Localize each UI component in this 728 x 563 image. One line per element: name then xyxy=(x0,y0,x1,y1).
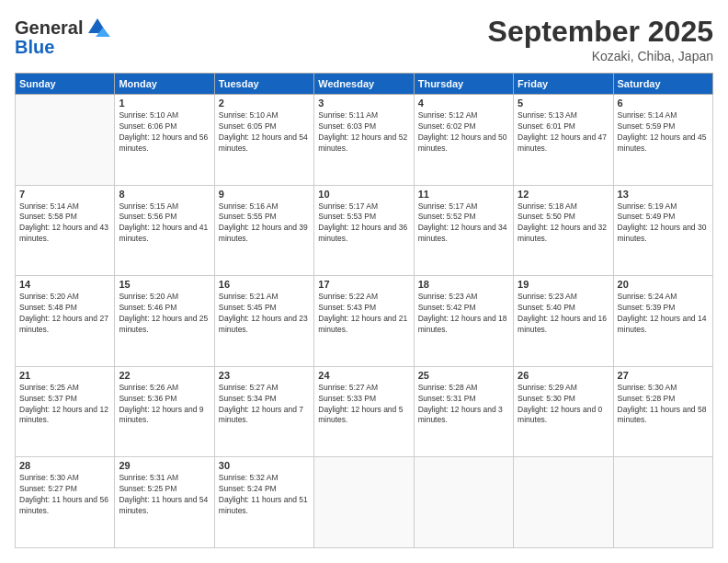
logo-icon xyxy=(85,15,110,40)
sunset-text: Sunset: 5:25 PM xyxy=(119,484,176,493)
sunset-text: Sunset: 5:40 PM xyxy=(518,303,575,312)
table-row: 29 Sunrise: 5:31 AM Sunset: 5:25 PM Dayl… xyxy=(115,457,214,548)
table-row: 21 Sunrise: 5:25 AM Sunset: 5:37 PM Dayl… xyxy=(16,366,115,457)
daylight-text: Daylight: 12 hours and 9 minutes. xyxy=(119,405,203,425)
daylight-text: Daylight: 12 hours and 54 minutes. xyxy=(219,132,308,153)
day-info: Sunrise: 5:14 AM Sunset: 5:58 PM Dayligh… xyxy=(19,201,110,246)
daylight-text: Daylight: 12 hours and 3 minutes. xyxy=(418,405,503,425)
calendar-week-row: 7 Sunrise: 5:14 AM Sunset: 5:58 PM Dayli… xyxy=(16,185,713,276)
day-number: 26 xyxy=(518,370,609,381)
col-monday: Monday xyxy=(115,74,214,95)
sunrise-text: Sunrise: 5:23 AM xyxy=(518,292,577,301)
sunset-text: Sunset: 5:27 PM xyxy=(19,484,77,493)
daylight-text: Daylight: 12 hours and 47 minutes. xyxy=(518,132,607,153)
sunset-text: Sunset: 5:53 PM xyxy=(318,212,376,221)
table-row: 1 Sunrise: 5:10 AM Sunset: 6:06 PM Dayli… xyxy=(115,95,214,186)
day-info: Sunrise: 5:21 AM Sunset: 5:45 PM Dayligh… xyxy=(219,292,310,336)
day-info: Sunrise: 5:31 AM Sunset: 5:25 PM Dayligh… xyxy=(119,473,210,517)
daylight-text: Daylight: 12 hours and 43 minutes. xyxy=(19,223,108,243)
calendar-week-row: 1 Sunrise: 5:10 AM Sunset: 6:06 PM Dayli… xyxy=(16,95,713,186)
table-row: 2 Sunrise: 5:10 AM Sunset: 6:05 PM Dayli… xyxy=(214,95,313,186)
daylight-text: Daylight: 12 hours and 12 minutes. xyxy=(19,405,108,425)
day-number: 22 xyxy=(119,370,210,381)
sunset-text: Sunset: 5:30 PM xyxy=(518,394,575,403)
title-block: September 2025 Kozaki, Chiba, Japan xyxy=(488,15,713,63)
sunrise-text: Sunrise: 5:16 AM xyxy=(219,201,279,211)
table-row xyxy=(414,457,513,548)
day-info: Sunrise: 5:30 AM Sunset: 5:28 PM Dayligh… xyxy=(618,383,709,427)
calendar-week-row: 14 Sunrise: 5:20 AM Sunset: 5:48 PM Dayl… xyxy=(16,276,713,367)
calendar: Sunday Monday Tuesday Wednesday Thursday… xyxy=(15,73,713,548)
day-number: 18 xyxy=(418,279,509,290)
sunset-text: Sunset: 5:52 PM xyxy=(418,212,476,221)
sunset-text: Sunset: 6:05 PM xyxy=(219,121,277,131)
day-number: 8 xyxy=(119,189,210,200)
table-row: 6 Sunrise: 5:14 AM Sunset: 5:59 PM Dayli… xyxy=(613,95,712,186)
sunset-text: Sunset: 5:28 PM xyxy=(618,394,676,403)
logo: General Blue xyxy=(15,15,110,58)
day-number: 14 xyxy=(19,279,110,290)
table-row: 15 Sunrise: 5:20 AM Sunset: 5:46 PM Dayl… xyxy=(115,276,214,367)
table-row xyxy=(613,457,712,548)
day-number: 12 xyxy=(518,189,609,200)
sunset-text: Sunset: 5:46 PM xyxy=(119,303,176,312)
sunrise-text: Sunrise: 5:17 AM xyxy=(418,201,478,211)
sunrise-text: Sunrise: 5:14 AM xyxy=(19,201,79,211)
sunset-text: Sunset: 6:01 PM xyxy=(518,121,575,131)
sunset-text: Sunset: 6:02 PM xyxy=(418,121,476,131)
sunset-text: Sunset: 5:59 PM xyxy=(618,121,676,131)
logo-text-general: General xyxy=(15,17,83,39)
sunrise-text: Sunrise: 5:24 AM xyxy=(618,292,677,301)
sunset-text: Sunset: 6:06 PM xyxy=(119,121,176,131)
table-row: 4 Sunrise: 5:12 AM Sunset: 6:02 PM Dayli… xyxy=(414,95,513,186)
sunrise-text: Sunrise: 5:13 AM xyxy=(518,110,577,120)
day-number: 29 xyxy=(119,460,210,471)
day-number: 10 xyxy=(318,189,409,200)
daylight-text: Daylight: 11 hours and 58 minutes. xyxy=(618,405,707,425)
location: Kozaki, Chiba, Japan xyxy=(488,49,713,63)
day-info: Sunrise: 5:20 AM Sunset: 5:46 PM Dayligh… xyxy=(119,292,210,336)
day-number: 4 xyxy=(418,98,509,109)
day-number: 20 xyxy=(618,279,709,290)
col-tuesday: Tuesday xyxy=(214,74,313,95)
sunset-text: Sunset: 5:24 PM xyxy=(219,484,277,493)
sunrise-text: Sunrise: 5:20 AM xyxy=(119,292,178,301)
day-info: Sunrise: 5:30 AM Sunset: 5:27 PM Dayligh… xyxy=(19,473,110,517)
table-row: 12 Sunrise: 5:18 AM Sunset: 5:50 PM Dayl… xyxy=(514,185,613,276)
calendar-week-row: 28 Sunrise: 5:30 AM Sunset: 5:27 PM Dayl… xyxy=(16,457,713,548)
daylight-text: Daylight: 12 hours and 50 minutes. xyxy=(418,132,507,153)
daylight-text: Daylight: 12 hours and 56 minutes. xyxy=(119,132,208,153)
table-row: 18 Sunrise: 5:23 AM Sunset: 5:42 PM Dayl… xyxy=(414,276,513,367)
table-row: 10 Sunrise: 5:17 AM Sunset: 5:53 PM Dayl… xyxy=(314,185,414,276)
daylight-text: Daylight: 12 hours and 39 minutes. xyxy=(219,223,308,243)
daylight-text: Daylight: 11 hours and 56 minutes. xyxy=(19,495,108,515)
daylight-text: Daylight: 11 hours and 54 minutes. xyxy=(119,495,208,515)
month-title: September 2025 xyxy=(488,15,713,49)
daylight-text: Daylight: 12 hours and 25 minutes. xyxy=(119,314,208,334)
day-info: Sunrise: 5:26 AM Sunset: 5:36 PM Dayligh… xyxy=(119,383,210,427)
col-wednesday: Wednesday xyxy=(314,74,414,95)
sunset-text: Sunset: 5:58 PM xyxy=(19,212,77,221)
sunrise-text: Sunrise: 5:10 AM xyxy=(119,110,178,120)
sunset-text: Sunset: 5:48 PM xyxy=(19,303,77,312)
sunrise-text: Sunrise: 5:21 AM xyxy=(219,292,279,301)
day-number: 9 xyxy=(219,189,310,200)
table-row: 14 Sunrise: 5:20 AM Sunset: 5:48 PM Dayl… xyxy=(16,276,115,367)
day-info: Sunrise: 5:17 AM Sunset: 5:52 PM Dayligh… xyxy=(418,201,509,246)
table-row: 11 Sunrise: 5:17 AM Sunset: 5:52 PM Dayl… xyxy=(414,185,513,276)
table-row: 8 Sunrise: 5:15 AM Sunset: 5:56 PM Dayli… xyxy=(115,185,214,276)
sunset-text: Sunset: 5:42 PM xyxy=(418,303,476,312)
sunset-text: Sunset: 5:33 PM xyxy=(318,394,376,403)
table-row: 9 Sunrise: 5:16 AM Sunset: 5:55 PM Dayli… xyxy=(214,185,313,276)
day-info: Sunrise: 5:12 AM Sunset: 6:02 PM Dayligh… xyxy=(418,110,509,155)
sunrise-text: Sunrise: 5:27 AM xyxy=(219,383,279,392)
sunrise-text: Sunrise: 5:31 AM xyxy=(119,473,178,482)
day-info: Sunrise: 5:22 AM Sunset: 5:43 PM Dayligh… xyxy=(318,292,409,336)
day-info: Sunrise: 5:20 AM Sunset: 5:48 PM Dayligh… xyxy=(19,292,110,336)
day-number: 15 xyxy=(119,279,210,290)
daylight-text: Daylight: 12 hours and 7 minutes. xyxy=(219,405,303,425)
day-number: 27 xyxy=(618,370,709,381)
sunrise-text: Sunrise: 5:25 AM xyxy=(19,383,79,392)
day-number: 17 xyxy=(318,279,409,290)
sunrise-text: Sunrise: 5:10 AM xyxy=(219,110,279,120)
